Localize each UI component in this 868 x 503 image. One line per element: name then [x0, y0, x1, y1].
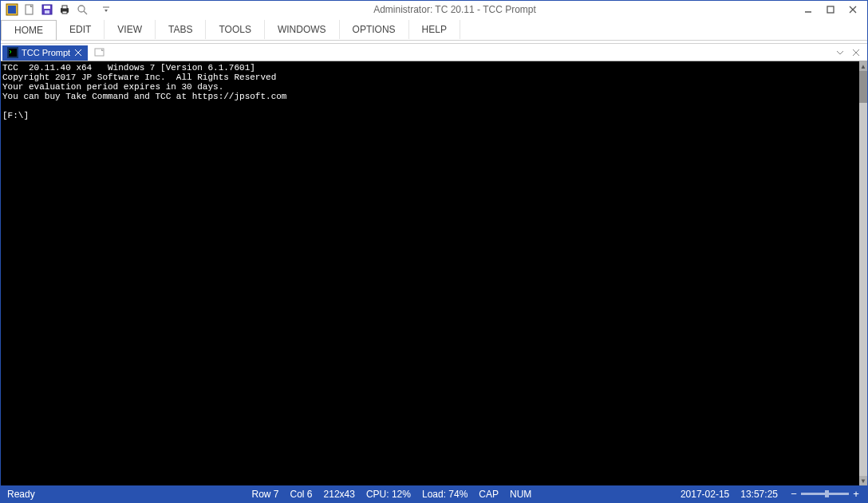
status-cpu: CPU: 12%: [366, 489, 411, 500]
quick-access-toolbar: [4, 3, 112, 16]
status-time: 13:57:25: [740, 489, 778, 500]
status-right: 2017-02-15 13:57:25 − +: [681, 489, 861, 500]
menu-tools[interactable]: TOOLS: [206, 20, 264, 39]
status-load: Load: 74%: [422, 489, 468, 500]
status-col: Col 6: [290, 489, 313, 500]
zoom-thumb[interactable]: [825, 490, 829, 497]
close-button[interactable]: [842, 2, 864, 18]
status-row: Row 7: [252, 489, 279, 500]
scroll-up-icon[interactable]: ▲: [859, 61, 867, 71]
status-ready: Ready: [7, 489, 103, 500]
scroll-down-icon[interactable]: ▼: [859, 476, 867, 485]
tab-tcc-prompt[interactable]: TCC Prompt: [2, 45, 88, 61]
terminal-panel: TCC 20.11.40 x64 Windows 7 [Version 6.1.…: [1, 61, 867, 485]
menu-home[interactable]: HOME: [1, 20, 57, 40]
svg-rect-4: [44, 6, 50, 9]
chevron-down-icon[interactable]: [100, 3, 112, 16]
svg-rect-8: [62, 11, 67, 14]
status-date: 2017-02-15: [681, 489, 729, 500]
svg-rect-5: [45, 10, 49, 14]
close-panel-icon[interactable]: [850, 46, 862, 59]
maximize-button[interactable]: [819, 2, 842, 18]
search-icon[interactable]: [76, 3, 89, 16]
svg-rect-7: [62, 6, 67, 9]
scrollbar[interactable]: ▲ ▼: [859, 61, 867, 485]
svg-rect-20: [95, 49, 104, 56]
tab-label: TCC Prompt: [22, 48, 70, 57]
new-file-icon[interactable]: [23, 3, 36, 16]
tab-close-button[interactable]: [73, 48, 83, 57]
menu-tabs[interactable]: TABS: [156, 20, 206, 39]
zoom-in-button[interactable]: +: [851, 489, 861, 499]
menu-view[interactable]: VIEW: [105, 20, 156, 39]
statusbar: Ready Row 7 Col 6 212x43 CPU: 12% Load: …: [1, 485, 867, 502]
svg-line-10: [84, 11, 87, 14]
status-num: NUM: [510, 489, 531, 500]
status-center: Row 7 Col 6 212x43 CPU: 12% Load: 74% CA…: [252, 489, 532, 500]
status-cap: CAP: [479, 489, 499, 500]
status-size: 212x43: [324, 489, 355, 500]
minimize-button[interactable]: [797, 2, 819, 18]
menu-help[interactable]: HELP: [409, 20, 460, 39]
print-icon[interactable]: [58, 3, 71, 16]
window-title: Administrator: TC 20.11 - TCC Prompt: [112, 4, 797, 15]
zoom-track[interactable]: [801, 493, 849, 495]
menu-windows[interactable]: WINDOWS: [265, 20, 340, 39]
dropdown-icon[interactable]: [834, 46, 846, 59]
new-tab-button[interactable]: [93, 46, 107, 59]
tabs-row: TCC Prompt: [1, 44, 867, 61]
scroll-thumb[interactable]: [859, 71, 867, 103]
menubar: HOME EDIT VIEW TABS TOOLS WINDOWS OPTION…: [1, 18, 867, 41]
terminal-output[interactable]: TCC 20.11.40 x64 Windows 7 [Version 6.1.…: [1, 63, 859, 485]
save-icon[interactable]: [41, 3, 53, 16]
svg-rect-1: [8, 6, 16, 14]
terminal-icon: [7, 47, 18, 58]
zoom-out-button[interactable]: −: [789, 489, 799, 499]
svg-point-9: [78, 6, 85, 12]
zoom-slider[interactable]: − +: [789, 489, 861, 499]
window-controls: [797, 2, 864, 18]
svg-rect-13: [827, 6, 834, 13]
menu-edit[interactable]: EDIT: [57, 20, 105, 39]
app-icon: [6, 3, 18, 16]
titlebar: Administrator: TC 20.11 - TCC Prompt: [1, 1, 867, 18]
menu-options[interactable]: OPTIONS: [340, 20, 409, 39]
